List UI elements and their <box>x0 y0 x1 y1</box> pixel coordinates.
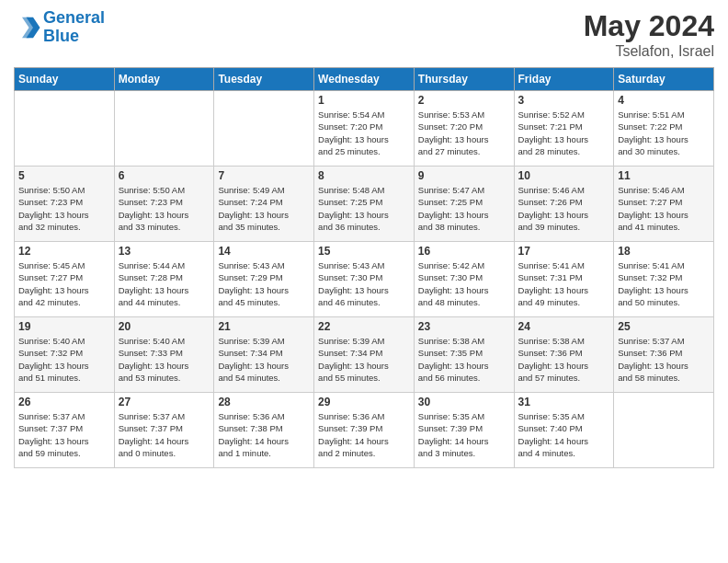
day-info: Sunrise: 5:36 AM Sunset: 7:39 PM Dayligh… <box>318 410 410 459</box>
calendar-cell: 7Sunrise: 5:49 AM Sunset: 7:24 PM Daylig… <box>214 167 314 242</box>
calendar-cell: 24Sunrise: 5:38 AM Sunset: 7:36 PM Dayli… <box>514 317 614 393</box>
calendar-cell: 27Sunrise: 5:37 AM Sunset: 7:37 PM Dayli… <box>114 393 214 468</box>
day-number: 22 <box>318 320 410 333</box>
col-sunday: Sunday <box>15 68 115 91</box>
calendar-cell <box>114 91 214 167</box>
day-number: 25 <box>618 320 710 333</box>
day-info: Sunrise: 5:46 AM Sunset: 7:26 PM Dayligh… <box>518 184 610 233</box>
day-info: Sunrise: 5:43 AM Sunset: 7:30 PM Dayligh… <box>318 259 410 308</box>
calendar-cell: 10Sunrise: 5:46 AM Sunset: 7:26 PM Dayli… <box>514 167 614 242</box>
calendar-cell: 22Sunrise: 5:39 AM Sunset: 7:34 PM Dayli… <box>314 317 415 393</box>
logo-icon <box>14 14 41 41</box>
day-number: 19 <box>18 320 110 333</box>
day-info: Sunrise: 5:52 AM Sunset: 7:21 PM Dayligh… <box>518 109 610 157</box>
calendar-cell: 8Sunrise: 5:48 AM Sunset: 7:25 PM Daylig… <box>314 167 415 242</box>
col-saturday: Saturday <box>614 68 714 91</box>
day-info: Sunrise: 5:40 AM Sunset: 7:33 PM Dayligh… <box>119 335 210 384</box>
calendar-cell: 12Sunrise: 5:45 AM Sunset: 7:27 PM Dayli… <box>15 242 115 317</box>
day-number: 1 <box>318 94 410 107</box>
day-number: 15 <box>318 245 410 258</box>
month-year: May 2024 <box>584 9 714 43</box>
calendar-week-row: 19Sunrise: 5:40 AM Sunset: 7:32 PM Dayli… <box>15 317 714 393</box>
day-info: Sunrise: 5:44 AM Sunset: 7:28 PM Dayligh… <box>119 259 210 308</box>
calendar-cell <box>214 91 314 167</box>
calendar-cell: 31Sunrise: 5:35 AM Sunset: 7:40 PM Dayli… <box>514 393 614 468</box>
day-number: 10 <box>518 169 610 182</box>
location: Tselafon, Israel <box>584 43 714 60</box>
day-info: Sunrise: 5:40 AM Sunset: 7:32 PM Dayligh… <box>18 335 110 384</box>
day-info: Sunrise: 5:38 AM Sunset: 7:35 PM Dayligh… <box>418 335 510 384</box>
calendar-cell: 20Sunrise: 5:40 AM Sunset: 7:33 PM Dayli… <box>114 317 214 393</box>
calendar-cell: 13Sunrise: 5:44 AM Sunset: 7:28 PM Dayli… <box>114 242 214 317</box>
calendar-cell: 3Sunrise: 5:52 AM Sunset: 7:21 PM Daylig… <box>514 91 614 167</box>
day-number: 12 <box>18 245 110 258</box>
calendar-cell: 18Sunrise: 5:41 AM Sunset: 7:32 PM Dayli… <box>614 242 714 317</box>
day-info: Sunrise: 5:35 AM Sunset: 7:39 PM Dayligh… <box>418 410 510 459</box>
calendar-week-row: 5Sunrise: 5:50 AM Sunset: 7:23 PM Daylig… <box>15 167 714 242</box>
day-info: Sunrise: 5:41 AM Sunset: 7:31 PM Dayligh… <box>518 259 610 308</box>
day-number: 27 <box>119 396 210 408</box>
main-container: General Blue May 2024 Tselafon, Israel S… <box>0 0 728 477</box>
logo-text: General Blue <box>43 9 105 46</box>
calendar-cell: 17Sunrise: 5:41 AM Sunset: 7:31 PM Dayli… <box>514 242 614 317</box>
col-monday: Monday <box>114 68 214 91</box>
day-info: Sunrise: 5:47 AM Sunset: 7:25 PM Dayligh… <box>418 184 510 233</box>
calendar-cell: 21Sunrise: 5:39 AM Sunset: 7:34 PM Dayli… <box>214 317 314 393</box>
logo: General Blue <box>14 9 105 46</box>
day-number: 3 <box>518 94 610 107</box>
day-number: 28 <box>218 396 310 408</box>
col-friday: Friday <box>514 68 614 91</box>
calendar-cell: 1Sunrise: 5:54 AM Sunset: 7:20 PM Daylig… <box>314 91 415 167</box>
calendar-cell <box>15 91 115 167</box>
calendar-cell: 29Sunrise: 5:36 AM Sunset: 7:39 PM Dayli… <box>314 393 415 468</box>
calendar-cell: 6Sunrise: 5:50 AM Sunset: 7:23 PM Daylig… <box>114 167 214 242</box>
day-info: Sunrise: 5:49 AM Sunset: 7:24 PM Dayligh… <box>218 184 310 233</box>
day-number: 20 <box>119 320 210 333</box>
calendar-week-row: 1Sunrise: 5:54 AM Sunset: 7:20 PM Daylig… <box>15 91 714 167</box>
day-number: 16 <box>418 245 510 258</box>
calendar-cell: 25Sunrise: 5:37 AM Sunset: 7:36 PM Dayli… <box>614 317 714 393</box>
day-number: 31 <box>518 396 610 408</box>
day-info: Sunrise: 5:43 AM Sunset: 7:29 PM Dayligh… <box>218 259 310 308</box>
day-info: Sunrise: 5:37 AM Sunset: 7:37 PM Dayligh… <box>18 410 110 459</box>
day-info: Sunrise: 5:37 AM Sunset: 7:37 PM Dayligh… <box>119 410 210 459</box>
day-number: 13 <box>119 245 210 258</box>
day-info: Sunrise: 5:50 AM Sunset: 7:23 PM Dayligh… <box>18 184 110 233</box>
calendar-cell: 23Sunrise: 5:38 AM Sunset: 7:35 PM Dayli… <box>414 317 514 393</box>
calendar-cell: 15Sunrise: 5:43 AM Sunset: 7:30 PM Dayli… <box>314 242 415 317</box>
weekday-header-row: Sunday Monday Tuesday Wednesday Thursday… <box>15 68 714 91</box>
day-info: Sunrise: 5:39 AM Sunset: 7:34 PM Dayligh… <box>318 335 410 384</box>
calendar-cell: 9Sunrise: 5:47 AM Sunset: 7:25 PM Daylig… <box>414 167 514 242</box>
day-info: Sunrise: 5:45 AM Sunset: 7:27 PM Dayligh… <box>18 259 110 308</box>
day-number: 24 <box>518 320 610 333</box>
calendar-cell: 4Sunrise: 5:51 AM Sunset: 7:22 PM Daylig… <box>614 91 714 167</box>
calendar-week-row: 26Sunrise: 5:37 AM Sunset: 7:37 PM Dayli… <box>15 393 714 468</box>
col-wednesday: Wednesday <box>314 68 415 91</box>
day-info: Sunrise: 5:36 AM Sunset: 7:38 PM Dayligh… <box>218 410 310 459</box>
calendar-table: Sunday Monday Tuesday Wednesday Thursday… <box>14 67 714 468</box>
day-number: 7 <box>218 169 310 182</box>
day-info: Sunrise: 5:54 AM Sunset: 7:20 PM Dayligh… <box>318 109 410 157</box>
day-number: 14 <box>218 245 310 258</box>
day-number: 11 <box>618 169 710 182</box>
day-number: 2 <box>418 94 510 107</box>
calendar-cell: 16Sunrise: 5:42 AM Sunset: 7:30 PM Dayli… <box>414 242 514 317</box>
calendar-cell: 5Sunrise: 5:50 AM Sunset: 7:23 PM Daylig… <box>15 167 115 242</box>
day-number: 29 <box>318 396 410 408</box>
day-info: Sunrise: 5:41 AM Sunset: 7:32 PM Dayligh… <box>618 259 710 308</box>
calendar-cell: 19Sunrise: 5:40 AM Sunset: 7:32 PM Dayli… <box>15 317 115 393</box>
calendar-cell: 28Sunrise: 5:36 AM Sunset: 7:38 PM Dayli… <box>214 393 314 468</box>
day-number: 8 <box>318 169 410 182</box>
col-thursday: Thursday <box>414 68 514 91</box>
day-number: 18 <box>618 245 710 258</box>
calendar-cell <box>614 393 714 468</box>
calendar-cell: 30Sunrise: 5:35 AM Sunset: 7:39 PM Dayli… <box>414 393 514 468</box>
day-number: 17 <box>518 245 610 258</box>
day-info: Sunrise: 5:48 AM Sunset: 7:25 PM Dayligh… <box>318 184 410 233</box>
day-number: 23 <box>418 320 510 333</box>
day-info: Sunrise: 5:46 AM Sunset: 7:27 PM Dayligh… <box>618 184 710 233</box>
day-info: Sunrise: 5:50 AM Sunset: 7:23 PM Dayligh… <box>119 184 210 233</box>
calendar-cell: 14Sunrise: 5:43 AM Sunset: 7:29 PM Dayli… <box>214 242 314 317</box>
day-info: Sunrise: 5:39 AM Sunset: 7:34 PM Dayligh… <box>218 335 310 384</box>
day-number: 30 <box>418 396 510 408</box>
